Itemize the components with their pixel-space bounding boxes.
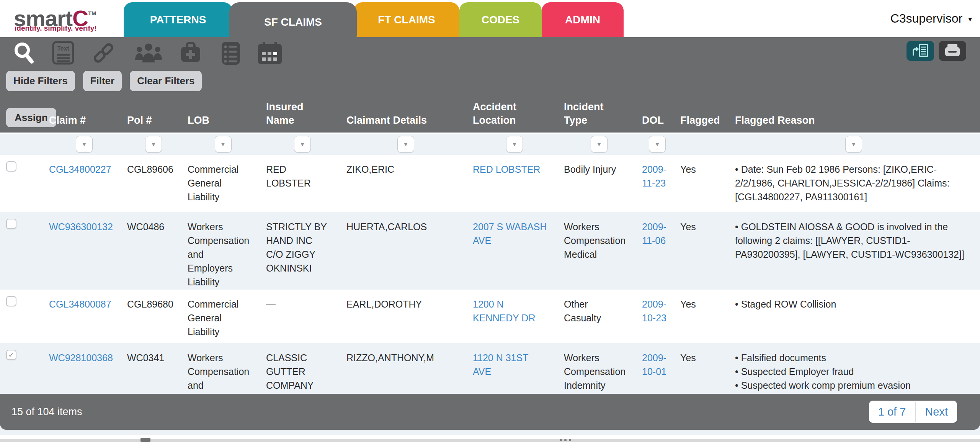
tab-ft-claims[interactable]: FT CLAIMS xyxy=(354,2,459,37)
claims-table-body: CGL34800227 CGL89606 Commercial General … xyxy=(0,155,980,435)
insured-name-value: RED LOBSTER xyxy=(266,155,346,212)
incident-type-value: Bodily Injury xyxy=(564,155,642,212)
claimant-details-value: HUERTA,CARLOS xyxy=(346,212,473,290)
scrollbar-handle[interactable] xyxy=(140,438,150,442)
logo-trademark: TM xyxy=(88,10,96,16)
column-header-flagged-reason[interactable]: Flagged Reason xyxy=(735,114,980,127)
filter-dropdown-insured-name[interactable]: ▼ xyxy=(294,136,311,152)
claimant-details-value: ZIKO,ERIC xyxy=(346,155,473,212)
clear-filters-button[interactable]: Clear Filters xyxy=(130,71,202,91)
filter-dropdown-pol[interactable]: ▼ xyxy=(145,136,162,152)
filter-caret-icon: ▼ xyxy=(220,141,226,147)
brand-tagline: identify. simplify. verify! xyxy=(15,24,97,33)
svg-text:Text: Text xyxy=(57,45,69,52)
filter-caret-icon: ▼ xyxy=(403,141,408,147)
column-header-pol[interactable]: Pol # xyxy=(127,114,188,127)
list-icon[interactable] xyxy=(220,41,241,65)
policy-number: CGL89606 xyxy=(127,155,188,212)
hide-filters-button[interactable]: Hide Filters xyxy=(6,71,75,91)
filter-caret-icon: ▼ xyxy=(512,141,517,147)
claims-app-window: smartCTM identify. simplify. verify! PAT… xyxy=(0,0,980,442)
calendar-icon[interactable] xyxy=(257,41,283,65)
column-header-lob[interactable]: LOB xyxy=(188,114,266,127)
page-indicator[interactable]: 1 of 7 xyxy=(869,401,915,423)
filter-dropdown-dol[interactable]: ▼ xyxy=(649,136,666,152)
row-checkbox[interactable] xyxy=(6,219,16,229)
dol-link[interactable]: 2009- 11-23 xyxy=(642,155,680,212)
column-filter-row: ▼ ▼ ▼ ▼ ▼ ▼ ▼ ▼ ▼ xyxy=(0,133,980,155)
flagged-value: Yes xyxy=(680,290,735,343)
people-icon[interactable] xyxy=(134,41,163,64)
row-checkbox[interactable] xyxy=(6,296,16,306)
row-checkbox[interactable] xyxy=(6,161,16,172)
filter-caret-icon: ▼ xyxy=(151,141,156,147)
column-header-dol[interactable]: DOL xyxy=(642,114,680,127)
table-row: WC936300132 WC0486 Workers Compensation … xyxy=(0,212,980,290)
accident-location-link[interactable]: RED LOBSTER xyxy=(473,155,564,212)
table-row: CGL34800087 CGL89680 Commercial General … xyxy=(0,290,980,343)
claim-number-link[interactable]: WC936300132 xyxy=(49,212,127,290)
link-icon[interactable] xyxy=(92,41,115,65)
table-footer: 15 of 104 items 1 of 7 Next xyxy=(0,394,980,430)
claimant-details-value: EARL,DOROTHY xyxy=(346,290,473,343)
filter-caret-icon: ▼ xyxy=(655,141,660,147)
filter-dropdown-accident-location[interactable]: ▼ xyxy=(506,136,523,152)
flagged-reason-list: Staged ROW Collision xyxy=(735,290,980,343)
column-header-flagged[interactable]: Flagged xyxy=(680,114,735,127)
flagged-reason-list: GOLDSTEIN AIOSSA & GOOD is involved in t… xyxy=(735,212,980,290)
tab-sf-claims[interactable]: SF CLAIMS xyxy=(229,2,357,42)
flagged-value: Yes xyxy=(680,155,735,212)
row-checkbox[interactable]: ✓ xyxy=(6,350,16,360)
column-header-claim[interactable]: Claim # xyxy=(49,114,127,127)
filter-caret-icon: ▼ xyxy=(851,141,856,147)
print-button[interactable] xyxy=(939,41,966,61)
grip-dots-icon[interactable] xyxy=(560,439,571,441)
next-page-button[interactable]: Next xyxy=(916,401,957,423)
column-header-claimant-details[interactable]: Claimant Details xyxy=(346,114,473,127)
incident-type-value: Other Casualty xyxy=(564,290,642,343)
medical-kit-icon[interactable] xyxy=(179,41,202,64)
dol-link[interactable]: 2009- 10-23 xyxy=(642,290,680,343)
column-header-accident-location[interactable]: Accident Location xyxy=(473,100,564,127)
user-menu[interactable]: C3supervisor ▼ xyxy=(890,0,973,37)
filter-dropdown-flagged-reason[interactable]: ▼ xyxy=(845,136,862,152)
text-document-icon[interactable]: Text xyxy=(51,41,75,65)
filter-caret-icon: ▼ xyxy=(82,141,87,147)
accident-location-link[interactable]: 1200 N KENNEDY DR xyxy=(473,290,564,343)
flagged-value: Yes xyxy=(680,212,735,290)
search-icon[interactable] xyxy=(13,41,35,64)
lob-value: Workers Compensation and Employers Liabi… xyxy=(188,212,266,290)
filter-caret-icon: ▼ xyxy=(596,141,602,147)
lob-value: Commercial General Liability xyxy=(188,155,266,212)
policy-number: WC0486 xyxy=(127,212,188,290)
filter-dropdown-claim[interactable]: ▼ xyxy=(76,136,93,152)
column-header-incident-type[interactable]: Incident Type xyxy=(564,100,642,127)
top-header: smartCTM identify. simplify. verify! PAT… xyxy=(0,0,980,37)
lob-value: Commercial General Liability xyxy=(188,290,266,343)
filter-caret-icon: ▼ xyxy=(300,141,305,147)
export-button[interactable] xyxy=(906,41,934,61)
claim-number-link[interactable]: CGL34800087 xyxy=(49,290,127,343)
tab-patterns[interactable]: PATTERNS xyxy=(124,2,232,37)
chevron-down-icon: ▼ xyxy=(967,15,973,23)
pagination: 1 of 7 Next xyxy=(869,401,957,423)
filter-dropdown-incident-type[interactable]: ▼ xyxy=(591,136,608,152)
accident-location-link[interactable]: 2007 S WABASH AVE xyxy=(473,212,564,290)
filter-button-group: Hide Filters Filter Clear Filters xyxy=(6,71,202,91)
filter-dropdown-lob[interactable]: ▼ xyxy=(215,136,232,152)
policy-number: CGL89680 xyxy=(127,290,188,343)
tab-admin[interactable]: ADMIN xyxy=(542,2,624,37)
user-name: C3supervisor xyxy=(890,11,963,26)
column-header-insured-name[interactable]: Insured Name xyxy=(266,100,346,127)
table-row: CGL34800227 CGL89606 Commercial General … xyxy=(0,155,980,212)
filter-button[interactable]: Filter xyxy=(83,71,122,91)
items-count-text: 15 of 104 items xyxy=(11,406,82,418)
table-header-row: Assign Claim # Pol # LOB Insured Name Cl… xyxy=(0,100,980,133)
filter-dropdown-claimant-details[interactable]: ▼ xyxy=(397,136,414,152)
main-nav-tabs: PATTERNS SF CLAIMS FT CLAIMS CODES ADMIN xyxy=(124,2,624,37)
flagged-reason-list: Date: Sun Feb 02 1986 Persons: [ZIKO,ERI… xyxy=(735,155,980,212)
claim-number-link[interactable]: CGL34800227 xyxy=(49,155,127,212)
insured-name-value: STRICTLY BY HAND INC C/O ZIGGY OKNINSKI xyxy=(266,212,346,290)
tab-codes[interactable]: CODES xyxy=(459,2,542,37)
dol-link[interactable]: 2009- 11-06 xyxy=(642,212,680,290)
